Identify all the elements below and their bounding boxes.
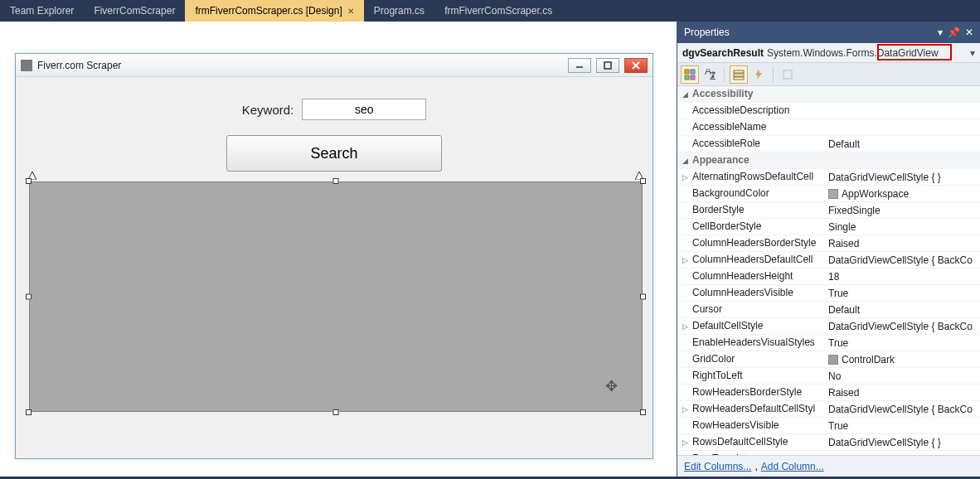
property-label: AccessibleRole [692,136,825,152]
property-row[interactable]: RowHeadersBorderStyleRaised [677,385,980,401]
property-row[interactable]: RightToLeftNo [677,368,980,385]
property-row[interactable]: AccessibleRoleDefault [677,136,980,152]
resize-handle[interactable] [26,294,32,300]
property-value[interactable]: DataGridViewCellStyle { BackCo [825,318,980,334]
form-designer-surface[interactable]: Fiverr.com Scraper Keyword: Search [0,22,677,477]
property-row[interactable]: CellBorderStyleSingle [677,219,980,235]
property-value[interactable]: Default [825,302,980,317]
expand-icon [677,302,692,317]
property-row[interactable]: AccessibleName [677,119,980,136]
property-row[interactable]: ColumnHeadersBorderStyleRaised [677,235,980,252]
property-label: RowsDefaultCellStyle [692,434,825,450]
property-row[interactable]: BorderStyleFixedSingle [677,202,980,219]
property-row[interactable]: AccessibleDescription [677,103,980,119]
expand-icon[interactable]: ▷ [677,401,692,417]
property-row[interactable]: ▷RowsDefaultCellStyleDataGridViewCellSty… [677,434,980,451]
expand-icon[interactable]: ▷ [677,252,692,268]
properties-object-selector[interactable]: dgvSearchResult System.Windows.Forms.Dat… [677,43,980,63]
property-value[interactable]: AppWorkspace [825,186,980,201]
property-value[interactable]: True [825,285,980,301]
property-row[interactable]: ▷AlternatingRowsDefaultCellDataGridViewC… [677,169,980,186]
resize-handle[interactable] [640,409,646,415]
resize-handle[interactable] [333,178,339,184]
property-row[interactable]: ▷DefaultCellStyleDataGridViewCellStyle {… [677,318,980,335]
property-row[interactable]: EnableHeadersVisualStylesTrue [677,335,980,351]
expand-icon[interactable]: ▷ [677,318,692,334]
dropdown-arrow-icon[interactable]: ▾ [970,47,975,59]
close-icon[interactable]: ✕ [347,7,354,16]
property-value[interactable]: DataGridViewCellStyle { } [825,434,980,450]
expand-icon [677,418,692,433]
datagridview[interactable] [29,181,643,412]
property-row[interactable]: ▷RowTemplateDataGridViewRow { Index=-1 [677,451,980,455]
property-row[interactable]: CursorDefault [677,302,980,318]
property-value[interactable]: Raised [825,385,980,400]
property-row[interactable]: GridColorControlDark [677,351,980,368]
property-value[interactable]: FixedSingle [825,202,980,218]
property-value[interactable]: True [825,335,980,351]
property-value[interactable]: ControlDark [825,351,980,367]
selected-object-type: System.Windows.Forms.DataGridView [767,47,939,59]
tab-project[interactable]: FiverrComScraper [84,0,185,22]
property-value[interactable]: Single [825,219,980,235]
pin-icon[interactable]: 📌 [948,27,960,38]
property-value[interactable]: True [825,418,980,433]
property-value[interactable]: DataGridViewRow { Index=-1 [825,451,980,455]
property-row[interactable]: RowHeadersVisibleTrue [677,418,980,434]
alphabetical-button[interactable]: AZ [701,65,719,84]
property-label: RowHeadersBorderStyle [692,385,825,400]
properties-button[interactable] [730,65,748,84]
property-row[interactable]: ColumnHeadersVisibleTrue [677,285,980,302]
property-row[interactable]: ColumnHeadersHeight18 [677,269,980,285]
events-button[interactable] [750,65,768,84]
property-value[interactable] [825,119,980,135]
property-label: RightToLeft [692,368,825,384]
datagridview-selected[interactable]: ✥ [29,181,643,412]
property-label: RowHeadersDefaultCellStyl [692,401,825,417]
close-icon[interactable]: ✕ [965,27,973,38]
collapse-icon[interactable]: ◢ [677,152,692,168]
property-label: GridColor [692,351,825,367]
tab-program-cs[interactable]: Program.cs [364,0,434,22]
svg-rect-7 [691,70,695,74]
property-category[interactable]: ◢Accessibility [677,86,980,103]
tab-design-active[interactable]: frmFiverrComScraper.cs [Design]✕ [185,0,363,22]
collapse-icon[interactable]: ◢ [677,86,692,102]
property-value[interactable]: DataGridViewCellStyle { BackCo [825,252,980,268]
resize-handle[interactable] [26,178,32,184]
resize-handle[interactable] [640,294,646,300]
property-value[interactable] [825,103,980,119]
resize-handle[interactable] [26,409,32,415]
categorized-button[interactable] [681,65,699,84]
expand-icon[interactable]: ▷ [677,451,692,455]
minimize-button[interactable] [568,58,591,73]
expand-icon[interactable]: ▷ [677,434,692,450]
property-value[interactable]: No [825,368,980,384]
tab-team-explorer[interactable]: Team Explorer [0,0,84,22]
property-row[interactable]: ▷ColumnHeadersDefaultCellDataGridViewCel… [677,252,980,269]
keyword-input[interactable] [302,99,426,120]
property-category[interactable]: ◢Appearance [677,152,980,169]
resize-handle[interactable] [640,178,646,184]
property-pages-button[interactable] [779,65,797,84]
property-grid[interactable]: ◢AccessibilityAccessibleDescriptionAcces… [677,86,980,455]
maximize-button[interactable] [596,58,619,73]
form-window[interactable]: Fiverr.com Scraper Keyword: Search [15,53,653,459]
property-value[interactable]: Raised [825,235,980,251]
property-value[interactable]: DataGridViewCellStyle { BackCo [825,401,980,417]
close-button[interactable] [624,58,648,73]
properties-header: Properties ▾ 📌 ✕ [677,22,980,43]
add-column-link[interactable]: Add Column... [761,461,824,472]
expand-icon [677,186,692,201]
property-value[interactable]: 18 [825,269,980,284]
resize-handle[interactable] [333,409,339,415]
tab-form-cs[interactable]: frmFiverrComScraper.cs [434,0,562,22]
property-row[interactable]: BackgroundColorAppWorkspace [677,186,980,202]
expand-icon[interactable]: ▷ [677,169,692,185]
property-value[interactable]: Default [825,136,980,152]
property-value[interactable]: DataGridViewCellStyle { } [825,169,980,185]
dropdown-arrow-icon[interactable]: ▾ [938,27,943,38]
edit-columns-link[interactable]: Edit Columns... [684,461,751,472]
search-button[interactable]: Search [226,135,442,172]
property-row[interactable]: ▷RowHeadersDefaultCellStylDataGridViewCe… [677,401,980,418]
